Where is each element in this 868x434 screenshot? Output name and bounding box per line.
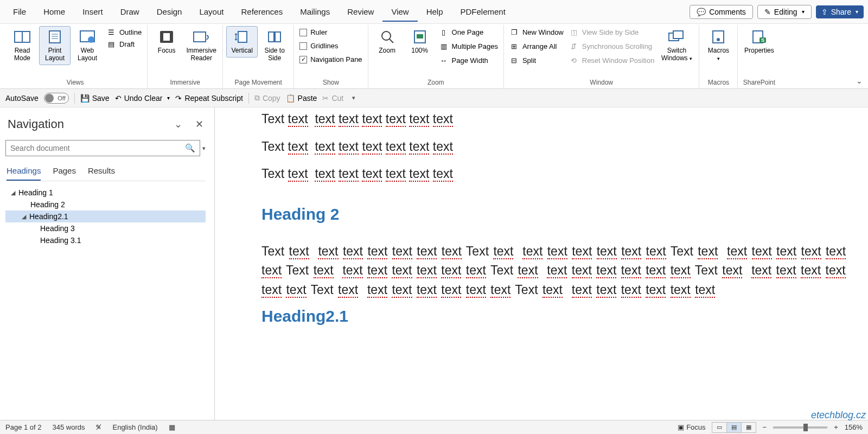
group-page-movement-label: Page Movement: [226, 79, 290, 87]
arrange-all-button[interactable]: ⊞Arrange All: [509, 41, 564, 51]
nav-tab-headings[interactable]: Headings: [7, 166, 41, 181]
nav-tree: ◢Heading 1 Heading 2 ◢Heading2.1 Heading…: [5, 181, 206, 246]
group-immersive: Focus Immersive Reader Immersive: [148, 25, 223, 88]
tab-home[interactable]: Home: [35, 2, 74, 22]
tree-item-heading3[interactable]: Heading 3: [5, 222, 206, 234]
tree-item-heading1[interactable]: ◢Heading 1: [5, 187, 206, 199]
comments-button[interactable]: 💬 Comments: [690, 5, 753, 19]
tab-insert[interactable]: Insert: [74, 2, 112, 22]
immersive-reader-button[interactable]: Immersive Reader: [183, 26, 219, 65]
focus-button[interactable]: Focus: [151, 26, 182, 58]
draft-icon: ▤: [106, 39, 116, 49]
svg-rect-9: [163, 33, 170, 41]
status-accessibility[interactable]: ▦: [169, 423, 175, 431]
undo-button[interactable]: ↶Undo Clear▾: [115, 94, 170, 103]
status-page[interactable]: Page 1 of 2: [5, 423, 42, 431]
tab-layout[interactable]: Layout: [190, 2, 232, 22]
new-window-button[interactable]: ❐New Window: [509, 27, 564, 37]
share-button[interactable]: ⇪ Share ▾: [816, 5, 864, 18]
checkbox-icon: [299, 42, 307, 50]
tree-item-heading21[interactable]: ◢Heading2.1: [5, 210, 206, 222]
ribbon-collapse-button[interactable]: ⌄: [856, 76, 863, 85]
qa-more-button[interactable]: ▾: [352, 94, 355, 101]
editing-button[interactable]: ✎ Editing ▾: [757, 5, 812, 19]
doc-heading-2[interactable]: Heading 2: [261, 205, 868, 224]
search-icon[interactable]: 🔍: [185, 143, 195, 153]
zoom-percent[interactable]: 156%: [845, 423, 863, 431]
autosave-toggle[interactable]: Off: [44, 93, 69, 104]
draft-button[interactable]: ▤Draft: [106, 39, 142, 49]
tree-collapse-icon[interactable]: ◢: [11, 189, 18, 196]
status-spellcheck[interactable]: ✎̸: [95, 423, 101, 431]
tree-collapse-icon[interactable]: ◢: [22, 213, 29, 220]
tab-pdfelement[interactable]: PDFelement: [452, 2, 514, 22]
outline-button[interactable]: ☰Outline: [106, 27, 142, 37]
zoom-slider[interactable]: [773, 426, 827, 429]
paste-button[interactable]: 📋Paste: [286, 94, 317, 103]
tab-help[interactable]: Help: [418, 2, 452, 22]
read-mode-button[interactable]: Read Mode: [7, 26, 38, 65]
view-read-button[interactable]: ▭: [712, 422, 727, 433]
tab-view[interactable]: View: [382, 2, 417, 22]
tab-draw[interactable]: Draw: [112, 2, 148, 22]
status-focus-button[interactable]: ▣Focus: [678, 423, 705, 431]
zoom-slider-knob[interactable]: [803, 424, 808, 431]
view-web-button[interactable]: ▦: [741, 422, 756, 433]
one-page-button[interactable]: ▯One Page: [439, 27, 498, 37]
print-layout-button[interactable]: Print Layout: [39, 26, 71, 65]
hundred-percent-button[interactable]: 100%: [404, 26, 436, 58]
tab-design[interactable]: Design: [148, 2, 191, 22]
nav-tab-pages[interactable]: Pages: [53, 166, 76, 181]
ruler-checkbox[interactable]: Ruler: [299, 28, 362, 36]
tree-item-heading31[interactable]: Heading 3.1: [5, 234, 206, 246]
tab-mailings[interactable]: Mailings: [291, 2, 339, 22]
save-button[interactable]: 💾Save: [80, 94, 110, 103]
nav-close-button[interactable]: ✕: [195, 118, 203, 130]
doc-paragraph[interactable]: Text text text text text text text text: [261, 110, 868, 129]
zoom-in-button[interactable]: +: [834, 423, 838, 431]
document-area[interactable]: Text text text text text text text text …: [215, 107, 868, 420]
nav-search-box[interactable]: 🔍: [5, 140, 200, 156]
tab-review[interactable]: Review: [339, 2, 382, 22]
properties-button[interactable]: S Properties: [741, 26, 777, 58]
zoom-out-button[interactable]: −: [763, 423, 767, 431]
nav-tab-results[interactable]: Results: [88, 166, 115, 181]
doc-paragraph[interactable]: Text text text text text text text text: [261, 137, 868, 156]
search-dropdown-button[interactable]: ▾: [202, 145, 206, 152]
doc-paragraph[interactable]: Text text text text text text text text: [261, 164, 868, 183]
page-width-button[interactable]: ↔Page Width: [439, 55, 498, 65]
properties-icon: S: [750, 29, 768, 45]
cut-label: Cut: [331, 94, 343, 103]
tree-item-heading2[interactable]: Heading 2: [5, 199, 206, 210]
macros-button[interactable]: Macros▾: [703, 26, 734, 65]
gridlines-label: Gridlines: [310, 42, 338, 50]
side-to-side-button[interactable]: Side to Side: [259, 26, 290, 65]
svg-rect-13: [275, 32, 280, 42]
immersive-reader-icon: [192, 29, 210, 45]
toggle-knob: [45, 94, 54, 103]
split-button[interactable]: ⊟Split: [509, 55, 564, 65]
doc-heading-21[interactable]: Heading2.1: [261, 307, 868, 326]
search-input[interactable]: [10, 144, 185, 152]
tab-file[interactable]: File: [4, 2, 35, 22]
checkbox-checked-icon: ✓: [299, 56, 307, 63]
tab-references[interactable]: References: [232, 2, 291, 22]
doc-paragraph-long[interactable]: Text text text text text text text text …: [261, 242, 868, 300]
view-print-button[interactable]: ▤: [726, 422, 742, 433]
switch-windows-button[interactable]: Switch Windows ▾: [658, 26, 695, 65]
status-words[interactable]: 345 words: [53, 423, 85, 431]
navigation-pane-checkbox[interactable]: ✓Navigation Pane: [299, 55, 362, 63]
redo-button[interactable]: ↷Repeat Subscript: [175, 94, 242, 103]
nav-collapse-button[interactable]: ⌄: [174, 118, 182, 130]
vertical-button[interactable]: Vertical: [226, 26, 258, 58]
zoom-button[interactable]: Zoom: [372, 26, 403, 58]
multiple-pages-button[interactable]: ▥Multiple Pages: [439, 41, 498, 51]
chevron-down-icon[interactable]: ▾: [167, 95, 170, 101]
arrange-all-icon: ⊞: [509, 41, 519, 51]
redo-label: Repeat Subscript: [184, 94, 242, 103]
status-language[interactable]: English (India): [112, 423, 157, 431]
gridlines-checkbox[interactable]: Gridlines: [299, 42, 362, 50]
web-layout-button[interactable]: Web Layout: [72, 26, 103, 65]
group-sharepoint-label: SharePoint: [741, 79, 777, 87]
pencil-icon: ✎: [764, 8, 771, 16]
